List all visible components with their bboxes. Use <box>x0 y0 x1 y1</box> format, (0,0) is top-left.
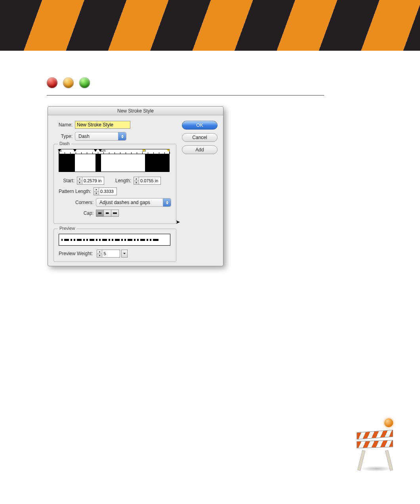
warning-light-icon <box>384 418 393 427</box>
dash-marker-icon[interactable] <box>58 149 61 152</box>
dash-marker-icon[interactable] <box>94 149 97 152</box>
dash-marker-icon[interactable] <box>167 149 170 152</box>
stepper-icon[interactable]: ▲▼ <box>97 250 102 257</box>
svg-rect-3 <box>113 212 117 214</box>
preview-weight-input[interactable]: ▲▼ <box>97 250 120 258</box>
cap-round-button[interactable] <box>103 210 111 217</box>
chevron-updown-icon <box>163 199 171 206</box>
dash-marker-icon[interactable] <box>73 149 76 152</box>
stepper-icon[interactable]: ▲▼ <box>94 188 99 195</box>
type-select-value: Dash <box>78 134 90 139</box>
shadow-icon <box>361 466 392 472</box>
preview-weight-label: Preview Weight: <box>59 251 93 256</box>
green-light-icon <box>79 77 90 88</box>
cap-label: Cap: <box>59 210 94 216</box>
hazard-stripe-banner <box>0 0 420 51</box>
name-input[interactable] <box>75 121 130 129</box>
yellow-light-icon <box>63 77 74 88</box>
red-light-icon <box>47 77 57 88</box>
pattern-length-input[interactable]: ▲▼ <box>94 187 117 195</box>
length-input[interactable]: ▲▼ <box>134 177 161 185</box>
dash-marker-icon[interactable] <box>99 149 102 152</box>
divider-line <box>47 95 324 95</box>
stepper-icon[interactable]: ▲▼ <box>77 177 82 184</box>
name-label: Name: <box>53 122 73 128</box>
cap-projecting-button[interactable] <box>111 210 119 217</box>
start-input[interactable]: ▲▼ <box>77 177 104 185</box>
chevron-updown-icon <box>118 132 126 140</box>
type-label: Type: <box>53 134 73 139</box>
length-label: Length: <box>109 178 131 183</box>
cap-butt-button[interactable] <box>96 210 104 217</box>
cursor-arrow-icon: ➤ <box>176 219 180 225</box>
pattern-length-label: Pattern Length: <box>59 189 91 194</box>
preview-group: Preview <box>53 229 176 262</box>
traffic-lights <box>47 77 90 88</box>
hazard-board-icon <box>357 440 393 448</box>
preview-stroke <box>59 234 170 246</box>
preview-group-title: Preview <box>58 226 76 231</box>
corners-select-value: Adjust dashes and gaps <box>99 200 150 205</box>
corners-label: Corners: <box>59 200 94 205</box>
svg-rect-0 <box>98 212 101 214</box>
ok-button[interactable]: OK <box>182 121 218 130</box>
dash-marker-icon[interactable] <box>142 149 145 152</box>
corners-select[interactable]: Adjust dashes and gaps <box>96 198 171 207</box>
new-stroke-style-dialog: New Stroke Style OK Cancel Add Name: Typ… <box>48 106 223 266</box>
add-button[interactable]: Add <box>182 145 218 154</box>
cancel-button[interactable]: Cancel <box>182 133 218 142</box>
preview-weight-dropdown[interactable] <box>121 250 128 258</box>
dash-group-title: Dash <box>58 141 71 146</box>
stepper-icon[interactable]: ▲▼ <box>134 177 139 184</box>
dialog-title: New Stroke Style <box>48 107 223 115</box>
hazard-board-icon <box>357 430 393 439</box>
dash-pattern-preview <box>59 154 169 172</box>
dash-ruler[interactable]: 0 125 25 <box>59 149 170 172</box>
svg-point-2 <box>107 212 109 214</box>
start-label: Start: <box>59 178 74 183</box>
barricade-illustration <box>357 421 396 468</box>
type-select[interactable]: Dash <box>75 132 126 141</box>
dash-group: Dash 0 125 25 <box>53 144 176 224</box>
